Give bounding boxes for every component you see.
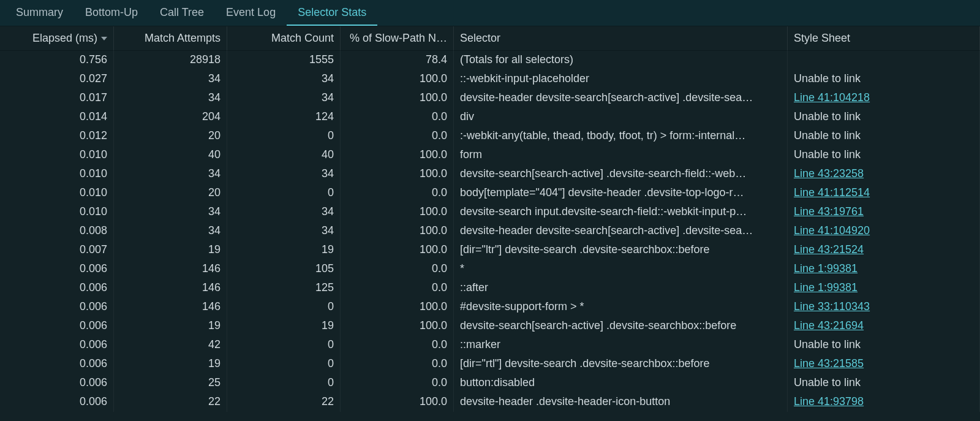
cell-sheet[interactable]: Line 1:99381: [788, 260, 980, 279]
cell-sheet[interactable]: Line 41:112514: [788, 184, 980, 203]
selector-stats-rows: 0.75628918155578.4(Totals for all select…: [0, 51, 980, 412]
stylesheet-link[interactable]: Line 43:19761: [794, 205, 864, 218]
stylesheet-link[interactable]: Line 41:104218: [794, 91, 870, 104]
cell-pct: 0.0: [341, 355, 454, 374]
cell-sheet[interactable]: Line 1:99381: [788, 279, 980, 298]
cell-elapsed: 0.006: [0, 317, 114, 336]
cell-sheet: Unable to link: [788, 146, 980, 165]
cell-count: 19: [227, 317, 341, 336]
cell-selector: #devsite-support-form > *: [454, 298, 788, 317]
cell-elapsed: 0.006: [0, 298, 114, 317]
stylesheet-link[interactable]: Line 1:99381: [794, 262, 858, 275]
cell-sheet[interactable]: Line 41:104920: [788, 222, 980, 241]
cell-pct: 100.0: [341, 89, 454, 108]
cell-pct: 0.0: [341, 108, 454, 127]
tab-summary[interactable]: Summary: [5, 0, 74, 26]
cell-sheet[interactable]: Line 43:19761: [788, 203, 980, 222]
cell-pct: 0.0: [341, 127, 454, 146]
cell-elapsed: 0.008: [0, 222, 114, 241]
tab-event-log[interactable]: Event Log: [215, 0, 287, 26]
cell-selector: devsite-header .devsite-header-icon-butt…: [454, 393, 788, 412]
cell-count: 40: [227, 146, 341, 165]
cell-pct: 0.0: [341, 374, 454, 393]
stylesheet-link[interactable]: Line 41:93798: [794, 395, 864, 408]
cell-selector: button:disabled: [454, 374, 788, 393]
cell-sheet: Unable to link: [788, 108, 980, 127]
tab-call-tree[interactable]: Call Tree: [149, 0, 215, 26]
cell-sheet[interactable]: Line 43:21524: [788, 241, 980, 260]
cell-count: 0: [227, 355, 341, 374]
stylesheet-link[interactable]: Line 43:21524: [794, 243, 864, 256]
stylesheet-link[interactable]: Line 43:21585: [794, 357, 864, 370]
cell-attempts: 22: [114, 393, 227, 412]
stylesheet-link[interactable]: Line 41:104920: [794, 224, 870, 237]
cell-elapsed: 0.006: [0, 336, 114, 355]
tab-selector-stats[interactable]: Selector Stats: [287, 0, 377, 26]
cell-attempts: 34: [114, 222, 227, 241]
cell-elapsed: 0.006: [0, 374, 114, 393]
cell-attempts: 19: [114, 355, 227, 374]
col-header-elapsed[interactable]: Elapsed (ms): [0, 26, 114, 51]
stylesheet-link[interactable]: Line 41:112514: [794, 186, 870, 199]
cell-count: 105: [227, 260, 341, 279]
cell-sheet[interactable]: Line 43:21585: [788, 355, 980, 374]
cell-elapsed: 0.006: [0, 393, 114, 412]
cell-sheet[interactable]: Line 33:110343: [788, 298, 980, 317]
cell-count: 34: [227, 203, 341, 222]
cell-pct: 0.0: [341, 336, 454, 355]
cell-elapsed: 0.007: [0, 241, 114, 260]
cell-selector: form: [454, 146, 788, 165]
cell-pct: 100.0: [341, 222, 454, 241]
selector-stats-table: Elapsed (ms) Match Attempts Match Count …: [0, 26, 980, 51]
cell-selector: devsite-header devsite-search[search-act…: [454, 89, 788, 108]
cell-count: 22: [227, 393, 341, 412]
cell-sheet: Unable to link: [788, 374, 980, 393]
panel-tabs: SummaryBottom-UpCall TreeEvent LogSelect…: [0, 0, 980, 26]
cell-sheet[interactable]: Line 43:21694: [788, 317, 980, 336]
col-header-stylesheet[interactable]: Style Sheet: [788, 26, 980, 51]
cell-pct: 100.0: [341, 317, 454, 336]
cell-attempts: 20: [114, 184, 227, 203]
cell-pct: 0.0: [341, 184, 454, 203]
cell-attempts: 34: [114, 165, 227, 184]
cell-attempts: 146: [114, 260, 227, 279]
cell-selector: *: [454, 260, 788, 279]
cell-attempts: 20: [114, 127, 227, 146]
cell-elapsed: 0.006: [0, 279, 114, 298]
col-header-pct-slow[interactable]: % of Slow-Path N…: [341, 26, 454, 51]
cell-elapsed: 0.014: [0, 108, 114, 127]
tab-bottom-up[interactable]: Bottom-Up: [74, 0, 149, 26]
cell-sheet: [788, 51, 980, 70]
cell-attempts: 25: [114, 374, 227, 393]
cell-pct: 100.0: [341, 241, 454, 260]
cell-count: 125: [227, 279, 341, 298]
cell-attempts: 146: [114, 298, 227, 317]
stylesheet-link[interactable]: Line 43:23258: [794, 167, 864, 180]
cell-count: 0: [227, 336, 341, 355]
cell-selector: ::marker: [454, 336, 788, 355]
cell-sheet: Unable to link: [788, 127, 980, 146]
cell-sheet: Unable to link: [788, 336, 980, 355]
cell-sheet[interactable]: Line 43:23258: [788, 165, 980, 184]
cell-pct: 100.0: [341, 203, 454, 222]
stylesheet-link[interactable]: Line 43:21694: [794, 319, 864, 332]
col-header-match-count[interactable]: Match Count: [227, 26, 341, 51]
cell-sheet[interactable]: Line 41:93798: [788, 393, 980, 412]
col-header-match-attempts[interactable]: Match Attempts: [114, 26, 227, 51]
col-header-selector[interactable]: Selector: [454, 26, 788, 51]
cell-count: 34: [227, 165, 341, 184]
stylesheet-link[interactable]: Line 33:110343: [794, 300, 870, 313]
cell-elapsed: 0.027: [0, 70, 114, 89]
cell-count: 19: [227, 241, 341, 260]
cell-elapsed: 0.006: [0, 260, 114, 279]
cell-attempts: 34: [114, 89, 227, 108]
cell-selector: [dir="rtl"] devsite-search .devsite-sear…: [454, 355, 788, 374]
cell-sheet[interactable]: Line 41:104218: [788, 89, 980, 108]
cell-elapsed: 0.010: [0, 203, 114, 222]
cell-pct: 100.0: [341, 70, 454, 89]
cell-pct: 0.0: [341, 279, 454, 298]
cell-selector: ::-webkit-input-placeholder: [454, 70, 788, 89]
stylesheet-link[interactable]: Line 1:99381: [794, 281, 858, 294]
cell-selector: devsite-header devsite-search[search-act…: [454, 222, 788, 241]
sort-desc-icon: [101, 37, 107, 40]
